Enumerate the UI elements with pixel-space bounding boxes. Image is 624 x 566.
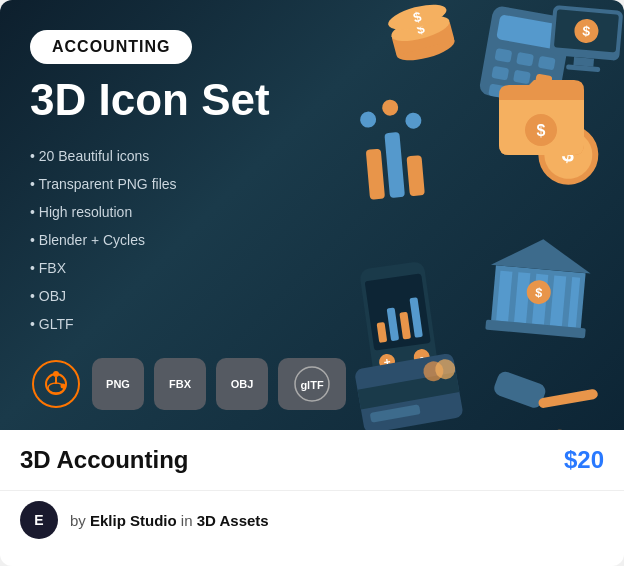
product-price: $20 [564, 446, 604, 474]
hero-title: 3D Icon Set [30, 76, 350, 124]
svg-rect-31 [384, 132, 405, 198]
author-info: by Eklip Studio in 3D Assets [70, 512, 269, 529]
feature-item: Blender + Cycles [30, 226, 350, 254]
blender-icon [30, 358, 82, 410]
feature-item: FBX [30, 254, 350, 282]
svg-text:$: $ [537, 122, 546, 139]
product-info-bar: 3D Accounting $20 [0, 430, 624, 491]
decorative-3d-icons: $ $ [344, 0, 624, 430]
by-text: by [70, 512, 86, 529]
feature-item: 20 Beautiful icons [30, 142, 350, 170]
in-text: in [181, 512, 193, 529]
svg-point-2 [53, 371, 59, 377]
svg-rect-30 [366, 149, 385, 200]
gltf-format-badge: glTF [278, 358, 346, 410]
svg-text:$: $ [582, 23, 591, 40]
svg-rect-67 [538, 388, 599, 408]
fbx-format-badge: FBX [154, 358, 206, 410]
svg-point-5 [61, 384, 66, 389]
product-title: 3D Accounting [20, 446, 188, 474]
author-name[interactable]: Eklip Studio [90, 512, 177, 529]
author-bar: E by Eklip Studio in 3D Assets [0, 491, 624, 549]
feature-item: High resolution [30, 198, 350, 226]
svg-point-68 [528, 423, 592, 430]
svg-rect-32 [406, 155, 424, 196]
author-avatar: E [20, 501, 58, 539]
feature-item: OBJ [30, 282, 350, 310]
svg-point-33 [359, 111, 376, 128]
avatar-initials: E [34, 512, 43, 528]
png-format-badge: PNG [92, 358, 144, 410]
svg-point-34 [381, 99, 398, 116]
feature-list: 20 Beautiful icons Transparent PNG files… [30, 142, 350, 338]
product-card: ACCOUNTING 3D Icon Set 20 Beautiful icon… [0, 0, 624, 566]
svg-point-35 [405, 112, 422, 129]
obj-format-badge: OBJ [216, 358, 268, 410]
format-badges-row: PNG FBX OBJ glTF [30, 358, 350, 410]
category-link[interactable]: 3D Assets [197, 512, 269, 529]
hero-section: ACCOUNTING 3D Icon Set 20 Beautiful icon… [0, 0, 624, 430]
hero-content: ACCOUNTING 3D Icon Set 20 Beautiful icon… [30, 30, 350, 410]
category-badge: ACCOUNTING [30, 30, 192, 64]
feature-item: GLTF [30, 310, 350, 338]
svg-text:glTF: glTF [300, 379, 323, 391]
feature-item: Transparent PNG files [30, 170, 350, 198]
